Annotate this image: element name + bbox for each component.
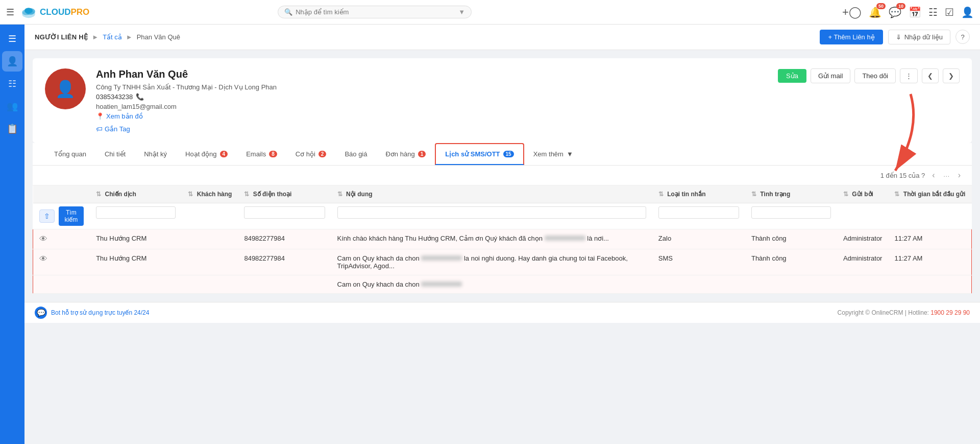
breadcrumb-all[interactable]: Tất cả [103, 33, 122, 41]
send-mail-button[interactable]: Gửi mail [811, 68, 850, 83]
eye-icon-2[interactable]: 👁 [39, 254, 47, 263]
contact-email: hoatien_lam15@gmail.com [96, 103, 960, 110]
th-noi-dung: ⇅ Nội dung [331, 185, 652, 203]
search-input[interactable] [296, 8, 455, 16]
top-navigation: ☰ CLOUDPRO 🔍 ▼ +◯ 🔔 50 💬 10 📅 ☷ ☑ 👤 [0, 0, 980, 25]
contact-map-link[interactable]: 📍 Xem bản đồ [96, 112, 960, 120]
search-button[interactable]: Tìm kiếm [59, 206, 84, 226]
table-area: 1 đến 15 của ? ‹ … › ⇅ Chiến dịch ⇅ Khác… [33, 166, 972, 294]
sidebar-item-users[interactable]: 👥 [2, 96, 22, 116]
filter-loai-tin[interactable] [658, 206, 739, 219]
sidebar-item-grid[interactable]: ☷ [2, 74, 22, 94]
chevron-icon: ▼ [567, 150, 573, 158]
more-pages-button[interactable]: … [940, 170, 953, 181]
breadcrumb-sep1: ► [92, 33, 99, 41]
row1-noi-dung: Kính chào khách hàng Thu Hướng CRM, Cảm … [331, 229, 652, 249]
tab-tong-quan[interactable]: Tổng quan [45, 144, 95, 165]
add-contact-button[interactable]: + Thêm Liên hệ [820, 30, 883, 44]
row1-thoi-gian: 11:27 AM [888, 229, 971, 249]
row3-eye-cell [33, 275, 90, 294]
tab-bao-gia[interactable]: Báo giá [335, 144, 376, 165]
import-button[interactable]: ⇓ Nhập dữ liệu [888, 30, 950, 44]
row2-khach-hang [182, 249, 238, 275]
breadcrumb-current: Phan Văn Quê [137, 33, 180, 41]
tab-emails[interactable]: Emails 8 [237, 144, 286, 165]
row1-chien-dich: Thu Hướng CRM [90, 229, 182, 249]
hamburger-menu[interactable]: ☰ [6, 7, 14, 18]
row1-eye-cell: 👁 [33, 229, 90, 249]
sidebar-item-tasks[interactable]: 📋 [2, 119, 22, 139]
tab-don-hang[interactable]: Đơn hàng 1 [376, 144, 435, 165]
next-button[interactable]: ❯ [943, 68, 960, 83]
th-so-dien-thoai: ⇅ Số điện thoại [238, 185, 331, 203]
tab-hoat-dong[interactable]: Hoạt động 4 [176, 144, 237, 165]
user-profile-button[interactable]: 👤 [961, 6, 974, 18]
tab-xem-them[interactable]: Xem thêm ▼ [524, 144, 582, 165]
sidebar-item-contacts[interactable]: 👤 [2, 51, 22, 72]
upload-button[interactable]: ⇧ [39, 209, 55, 223]
avatar-icon: 👤 [55, 79, 76, 99]
row3-tinh-trang [745, 275, 837, 294]
filter-sdt[interactable] [244, 206, 325, 219]
tab-co-hoi[interactable]: Cơ hội 2 [286, 144, 336, 165]
prev-button[interactable]: ❮ [922, 68, 939, 83]
filter-tinh-trang[interactable] [751, 206, 831, 219]
help-button[interactable]: ? [955, 30, 970, 44]
footer-chat[interactable]: 💬 Bot hỗ trợ sử dụng trực tuyến 24/24 [35, 307, 149, 319]
row1-khach-hang [182, 229, 238, 249]
tab-badge-sms: 15 [503, 151, 514, 157]
tab-badge-co-hoi: 2 [318, 151, 327, 157]
edit-button[interactable]: Sửa [778, 69, 806, 83]
row2-noi-dung: Cam on Quy khach da chon la noi nghi duo… [331, 249, 652, 275]
contact-company: Công Ty TNHH Sản Xuất - Thương Mại - Dịc… [96, 83, 960, 91]
contact-tag-link[interactable]: 🏷 Gắn Tag [96, 125, 960, 133]
next-page-button[interactable]: › [955, 170, 964, 181]
th-gui-boi: ⇅ Gửi bởi [837, 185, 889, 203]
prev-page-button[interactable]: ‹ [929, 170, 938, 181]
footer-hotline[interactable]: 1900 29 29 90 [930, 309, 970, 316]
filter-noi-dung[interactable] [337, 206, 646, 219]
more-options-button[interactable]: ⋮ [900, 68, 918, 83]
row2-eye-cell: 👁 [33, 249, 90, 275]
tab-nhat-ky[interactable]: Nhật ký [135, 144, 176, 165]
calendar-button[interactable]: 📅 [909, 6, 921, 18]
tab-lich-su-sms[interactable]: Lịch sử SMS/OTT 15 [435, 143, 524, 165]
th-loai-tin: ⇅ Loại tin nhắn [652, 185, 745, 203]
page-footer: 💬 Bot hỗ trợ sử dụng trực tuyến 24/24 Co… [24, 302, 980, 323]
filter-chien-dich[interactable] [96, 206, 176, 219]
tab-chi-tiet[interactable]: Chi tiết [95, 144, 135, 165]
table-toolbar: 1 đến 15 của ? ‹ … › [33, 166, 972, 185]
checkbox-button[interactable]: ☑ [945, 6, 954, 18]
row1-tinh-trang: Thành công [745, 229, 837, 249]
tag-icon: 🏷 [96, 125, 103, 133]
svg-point-3 [24, 8, 33, 13]
breadcrumb-bar: NGƯỜI LIÊN HỆ ► Tất cả ► Phan Văn Quê + … [24, 25, 980, 50]
row3-sdt [238, 275, 331, 294]
add-button[interactable]: +◯ [842, 6, 862, 19]
search-actions: ⇧ Tìm kiếm [39, 206, 84, 226]
eye-icon-1[interactable]: 👁 [39, 235, 47, 243]
breadcrumb-actions: + Thêm Liên hệ ⇓ Nhập dữ liệu ? [820, 30, 970, 44]
logo-text: CLOUDPRO [40, 7, 89, 17]
logo: CLOUDPRO [20, 4, 89, 20]
table-row: 👁 Thu Hướng CRM 84982277984 Kính chào kh… [33, 229, 972, 249]
logo-icon [20, 4, 37, 20]
notifications-button[interactable]: 🔔 50 [869, 6, 881, 18]
sort-icon-gui-boi: ⇅ [843, 191, 848, 198]
th-tinh-trang: ⇅ Tình trạng [745, 185, 837, 203]
th-khach-hang: ⇅ Khách hàng [182, 185, 238, 203]
breadcrumb-left: NGƯỜI LIÊN HỆ ► Tất cả ► Phan Văn Quê [35, 33, 180, 41]
sort-icon-noi-dung: ⇅ [337, 191, 342, 198]
blurred-text-3 [421, 282, 462, 287]
row1-loai-tin: Zalo [652, 229, 745, 249]
map-pin-icon: 📍 [96, 112, 104, 120]
search-box[interactable]: 🔍 ▼ [278, 6, 472, 18]
sort-icon-sdt: ⇅ [244, 191, 249, 198]
phone-icon: 📞 [136, 93, 144, 101]
sort-icon-tinh-trang: ⇅ [751, 191, 756, 198]
chart-button[interactable]: ☷ [928, 6, 938, 18]
follow-button[interactable]: Theo dõi [854, 68, 896, 83]
filter-chien-dich-cell [90, 203, 182, 229]
messages-button[interactable]: 💬 10 [889, 6, 901, 18]
sidebar-item-menu[interactable]: ☰ [2, 29, 22, 49]
